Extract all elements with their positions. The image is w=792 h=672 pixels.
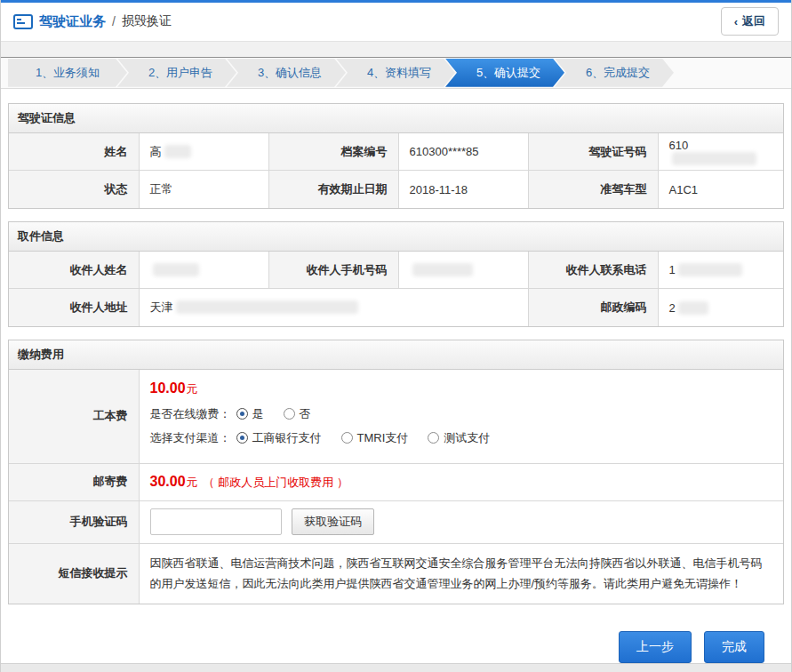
step-3-confirm-info: 3、确认信息 — [227, 59, 346, 87]
postage-fee-amount: 30.00 — [150, 474, 186, 489]
main-content: 驾驶证信息 姓名 高 档案编号 610300****85 驾驶证号码 610 状… — [1, 89, 791, 617]
yuan-unit: 元 — [187, 382, 198, 396]
step-label: 6、完成提交 — [586, 65, 650, 81]
table-row: 工本费 10.00元 是否在线缴费： 是 — [9, 370, 783, 464]
vehicle-class-label: 准驾车型 — [528, 171, 658, 208]
redacted-text — [412, 263, 473, 276]
finish-button[interactable]: 完成 — [704, 631, 764, 663]
license-no-value: 610 — [658, 133, 783, 171]
previous-step-button[interactable]: 上一步 — [619, 631, 692, 663]
file-no-value: 610300****85 — [398, 133, 528, 171]
back-button-label: 返回 — [742, 13, 765, 29]
pay-channel-label: 选择支付渠道： — [150, 430, 231, 446]
step-4-fill-materials: 4、资料填写 — [336, 59, 455, 87]
redacted-text — [153, 263, 199, 276]
redacted-text — [164, 145, 191, 158]
redacted-text — [672, 152, 756, 165]
radio-channel-tmri[interactable]: TMRI支付 — [341, 430, 409, 446]
table-row: 短信接收提示 因陕西省联通、电信运营商技术问题，陕西省互联网交通安全综合服务管理… — [9, 543, 783, 603]
step-1-business-notice: 1、业务须知 — [8, 59, 127, 87]
step-label: 4、资料填写 — [367, 65, 431, 81]
radio-label: 工商银行支付 — [252, 430, 322, 446]
production-fee-label: 工本费 — [9, 370, 139, 464]
file-no-label: 档案编号 — [268, 133, 398, 171]
get-code-button[interactable]: 获取验证码 — [292, 508, 374, 535]
table-row: 邮寄费 30.00元（ 邮政人员上门收取费用 ） — [9, 463, 783, 500]
postage-fee-cell: 30.00元（ 邮政人员上门收取费用 ） — [139, 463, 783, 500]
table-row: 收件人姓名 收件人手机号码 收件人联系电话 1 — [9, 252, 783, 289]
name-value: 高 — [139, 133, 268, 171]
section-title-license-info: 驾驶证信息 — [9, 104, 783, 133]
radio-unchecked-icon — [341, 432, 353, 444]
name-value-text: 高 — [150, 145, 162, 158]
step-5-confirm-submit-active: 5、确认提交 — [445, 59, 564, 87]
header: 驾驶证业务 / 损毁换证 ‹ 返回 — [1, 3, 791, 42]
address-value: 天津 — [139, 289, 528, 326]
breadcrumb-current: 损毁换证 — [122, 13, 172, 29]
radio-checked-icon — [236, 408, 248, 420]
radio-checked-icon — [236, 432, 248, 444]
section-title-fees: 缴纳费用 — [9, 340, 783, 370]
step-label: 3、确认信息 — [258, 65, 322, 81]
radio-label: 测试支付 — [444, 430, 490, 446]
table-row: 收件人地址 天津 邮政编码 2 — [9, 289, 783, 326]
redacted-text — [678, 263, 742, 276]
recipient-phone-value-text: 1 — [669, 263, 676, 276]
radio-label: 否 — [300, 406, 311, 422]
breadcrumb-divider: / — [112, 14, 116, 28]
table-row: 姓名 高 档案编号 610300****85 驾驶证号码 610 — [9, 133, 783, 171]
redacted-text — [678, 301, 708, 315]
radio-online-pay-no[interactable]: 否 — [284, 406, 311, 422]
vehicle-class-value: A1C1 — [658, 171, 783, 208]
license-no-label: 驾驶证号码 — [528, 133, 658, 171]
postcode-label: 邮政编码 — [528, 289, 658, 326]
section-title-pickup-info: 取件信息 — [9, 222, 783, 252]
page-title: 驾驶证业务 — [39, 13, 106, 30]
section-fees: 缴纳费用 工本费 10.00元 是否在线缴费： 是 — [8, 340, 784, 604]
license-info-table: 姓名 高 档案编号 610300****85 驾驶证号码 610 状态 正常 有… — [9, 133, 783, 208]
recipient-mobile-value — [398, 252, 528, 289]
recipient-phone-value: 1 — [658, 252, 783, 289]
radio-online-pay-yes[interactable]: 是 — [236, 406, 264, 422]
online-pay-row: 是否在线缴费： 是 否 — [150, 406, 773, 422]
sms-code-input[interactable] — [150, 508, 282, 535]
table-row: 状态 正常 有效期止日期 2018-11-18 准驾车型 A1C1 — [9, 171, 783, 208]
postcode-value: 2 — [658, 289, 783, 326]
footer-actions: 上一步 完成 — [1, 617, 791, 663]
bottom-strip — [1, 663, 791, 672]
production-fee-cell: 10.00元 是否在线缴费： 是 否 — [139, 370, 783, 464]
radio-unchecked-icon — [428, 432, 439, 444]
step-2-user-declaration: 2、用户申告 — [117, 59, 236, 87]
production-fee-amount-line: 10.00元 — [150, 380, 773, 397]
online-pay-label: 是否在线缴费： — [150, 406, 231, 422]
step-label: 2、用户申告 — [148, 65, 212, 81]
recipient-name-label: 收件人姓名 — [9, 252, 139, 289]
production-fee-amount: 10.00 — [150, 380, 186, 396]
step-progress-bar: 1、业务须知 2、用户申告 3、确认信息 4、资料填写 5、确认提交 6、完成提… — [1, 57, 791, 89]
chevron-left-icon: ‹ — [734, 15, 738, 28]
header-gap — [1, 42, 791, 57]
section-pickup-info: 取件信息 收件人姓名 收件人手机号码 收件人联系电话 1 收件人地址 天津 邮政… — [8, 221, 784, 327]
status-label: 状态 — [9, 171, 139, 208]
address-label: 收件人地址 — [9, 289, 139, 326]
page: 驾驶证业务 / 损毁换证 ‹ 返回 1、业务须知 2、用户申告 3、确认信息 4… — [0, 0, 792, 672]
expiry-label: 有效期止日期 — [268, 171, 398, 208]
status-value: 正常 — [139, 171, 268, 208]
radio-label: TMRI支付 — [357, 430, 409, 446]
sms-tip-text: 因陕西省联通、电信运营商技术问题，陕西省互联网交通安全综合服务管理平台无法向持陕… — [139, 543, 783, 603]
step-label: 1、业务须知 — [36, 65, 100, 81]
breadcrumb: 驾驶证业务 / 损毁换证 — [13, 13, 172, 30]
radio-channel-test[interactable]: 测试支付 — [428, 430, 490, 446]
sms-tip-label: 短信接收提示 — [9, 543, 139, 603]
back-button[interactable]: ‹ 返回 — [721, 7, 779, 36]
yuan-unit: 元 — [187, 476, 198, 489]
radio-channel-icbc[interactable]: 工商银行支付 — [236, 430, 322, 446]
postcode-value-text: 2 — [669, 301, 676, 315]
address-value-text: 天津 — [150, 300, 173, 314]
step-label: 5、确认提交 — [476, 65, 540, 81]
recipient-mobile-label: 收件人手机号码 — [268, 252, 398, 289]
sms-code-cell: 获取验证码 — [139, 500, 783, 543]
section-license-info: 驾驶证信息 姓名 高 档案编号 610300****85 驾驶证号码 610 状… — [8, 103, 784, 209]
step-6-complete-submit: 6、完成提交 — [555, 59, 674, 87]
recipient-phone-label: 收件人联系电话 — [528, 252, 658, 289]
